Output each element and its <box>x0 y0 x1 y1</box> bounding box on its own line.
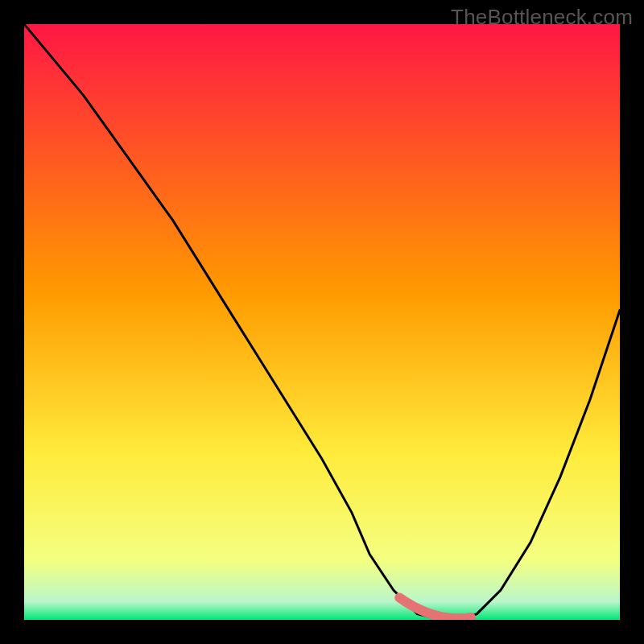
plot-area <box>24 24 620 620</box>
chart-frame: TheBottleneck.com <box>0 0 644 644</box>
gradient-backdrop <box>24 24 620 620</box>
chart-svg <box>24 24 620 620</box>
